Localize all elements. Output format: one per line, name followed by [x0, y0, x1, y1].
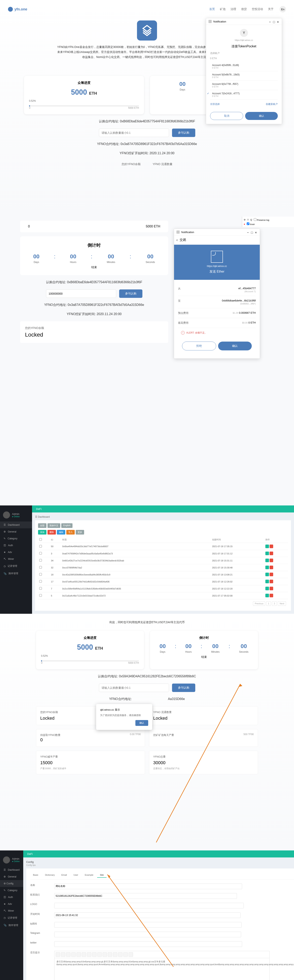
minimize-icon[interactable]: − [247, 231, 249, 233]
cfg-tab-example[interactable]: Example [82, 872, 96, 878]
admin-nav-files[interactable]: 📎 附件管理 [0, 570, 32, 577]
cfg-tab-site[interactable]: Site [97, 872, 106, 878]
btn-add[interactable]: 添加 [38, 530, 46, 535]
row-checkbox[interactable] [39, 552, 42, 555]
nav-home[interactable]: 首页 [209, 8, 215, 11]
delete-icon[interactable] [270, 544, 273, 548]
admin-nav-category[interactable]: ✎ Category [0, 887, 23, 894]
account-item[interactable]: Account 4(0x95f8...51d9)0 ETH [210, 62, 278, 71]
row-checkbox[interactable] [39, 594, 42, 597]
cfg-tab-email[interactable]: Email [58, 872, 70, 878]
edit-icon[interactable] [266, 580, 269, 583]
editor-btn[interactable] [92, 952, 96, 957]
account-item[interactable]: Account 7(0x2418...4777)0 ETH [210, 90, 278, 100]
admin-nav-dashboard[interactable]: ☰ Dashboard [0, 522, 32, 528]
config-input[interactable] [54, 912, 240, 918]
editor-btn[interactable] [108, 952, 112, 957]
nav-lend[interactable]: 借贷 [241, 8, 247, 11]
admin-nav-adv[interactable]: ★ Adv [0, 549, 32, 555]
close-icon[interactable]: × [255, 231, 258, 233]
btn-more[interactable]: 更多 [76, 530, 84, 535]
cfg-tab-dict[interactable]: Dictionary [42, 872, 58, 878]
admin-nav-miner[interactable]: ⛏ Miner [0, 907, 23, 914]
page-1[interactable]: 1 [266, 601, 271, 606]
delete-icon[interactable] [270, 580, 273, 583]
row-checkbox[interactable] [39, 587, 42, 590]
amount-input-4[interactable] [99, 684, 169, 692]
page-next[interactable]: Next [278, 601, 286, 606]
admin-nav-records[interactable]: ◷ 记录管理 [0, 914, 23, 922]
amount-input[interactable] [99, 129, 169, 137]
nav-pool[interactable]: 矿池 [220, 8, 226, 11]
tab-cn[interactable]: 简体中文 [47, 523, 60, 528]
devtools-record-icon[interactable]: ● [244, 223, 245, 225]
minimize-icon[interactable]: − [269, 20, 271, 23]
select-all-link[interactable]: 全部选择 [210, 102, 220, 106]
alert-confirm-button[interactable]: 确认 [135, 720, 148, 726]
page-2[interactable]: 2 [272, 601, 277, 606]
participate-button-2[interactable]: 参与认购 [119, 290, 142, 298]
back-icon[interactable]: ‹ [177, 238, 178, 242]
logo[interactable]: yfn.one [8, 7, 27, 12]
editor-btn[interactable] [118, 952, 123, 957]
editor-btn[interactable] [71, 952, 76, 957]
delete-icon[interactable] [270, 587, 273, 590]
editor-btn[interactable] [97, 952, 102, 957]
create-account-link[interactable]: 创建新账户 [266, 102, 278, 106]
participate-button-4[interactable]: 参与认购 [172, 684, 195, 692]
edit-icon[interactable] [266, 544, 269, 548]
tab-en[interactable]: English [61, 523, 73, 528]
editor-btn[interactable] [123, 952, 128, 957]
btn-import[interactable]: 导入 [66, 530, 75, 535]
devtools-search-icon[interactable]: Q [250, 219, 252, 221]
config-input[interactable] [54, 922, 242, 928]
row-checkbox[interactable] [39, 566, 42, 569]
cfg-tab-user[interactable]: User [71, 872, 81, 878]
delete-icon[interactable] [270, 594, 273, 597]
config-input[interactable] [54, 941, 242, 947]
edit-icon[interactable] [266, 587, 269, 590]
editor-btn[interactable] [66, 952, 71, 957]
config-input[interactable] [54, 893, 237, 899]
editor-btn[interactable] [103, 952, 107, 957]
delete-icon[interactable] [270, 558, 273, 562]
admin-nav-category[interactable]: ✎ Category [0, 535, 32, 542]
edit-icon[interactable] [266, 558, 269, 562]
devtools-close-icon[interactable]: ⊘ [244, 218, 245, 221]
edit-icon[interactable] [266, 566, 269, 569]
btn-edit[interactable]: 编辑 [57, 530, 65, 535]
amount-input-2[interactable] [46, 290, 116, 298]
close-icon[interactable]: × [277, 20, 280, 23]
delete-icon[interactable] [270, 573, 273, 576]
admin-nav-auth[interactable]: ⚿ Auth [0, 894, 23, 900]
nav-airdrop[interactable]: 空投活动 [252, 8, 263, 11]
row-checkbox[interactable] [39, 559, 42, 562]
participate-button[interactable]: 参与认购 [172, 129, 195, 137]
account-item[interactable]: Account 5(0x8b78...19d3)0 ETH [210, 71, 278, 81]
account-item[interactable]: Account 6(0x776f...f557)0 ETH [210, 81, 278, 90]
row-checkbox[interactable] [39, 580, 42, 583]
select-all-checkbox[interactable] [39, 538, 42, 541]
row-checkbox[interactable] [39, 573, 42, 576]
editor-btn[interactable] [128, 952, 133, 957]
editor-btn[interactable] [61, 952, 65, 957]
admin-nav-miner[interactable]: ⛏ Miner [0, 555, 32, 562]
admin-nav-config[interactable]: ⚙ Config [0, 880, 23, 887]
tx-reject-button[interactable]: 拒绝 [182, 342, 216, 350]
btn-delete[interactable]: 删除 [47, 530, 56, 535]
admin-nav-auth[interactable]: ⚿ Auth [0, 542, 32, 549]
admin-nav-records[interactable]: ◷ 记录管理 [0, 562, 32, 570]
config-input[interactable] [54, 883, 242, 889]
config-input[interactable] [54, 903, 244, 908]
editor-btn[interactable] [113, 952, 117, 957]
nav-gov[interactable]: 治理 [231, 8, 236, 11]
rich-editor[interactable]: 多行文本&amp;amp;amp;lt;br&amp;amp;amp;gt;多行… [54, 951, 270, 980]
page-prev[interactable]: Previous [253, 601, 265, 606]
row-checkbox[interactable] [39, 545, 42, 547]
invert-checkbox[interactable]: Inver [247, 223, 255, 226]
admin-nav-files[interactable]: 📎 附件管理 [0, 922, 23, 929]
maximize-icon[interactable]: □ [251, 231, 253, 233]
edit-icon[interactable] [266, 573, 269, 576]
config-input[interactable] [54, 932, 241, 937]
preserve-log-checkbox[interactable]: Preserve log [254, 218, 269, 221]
